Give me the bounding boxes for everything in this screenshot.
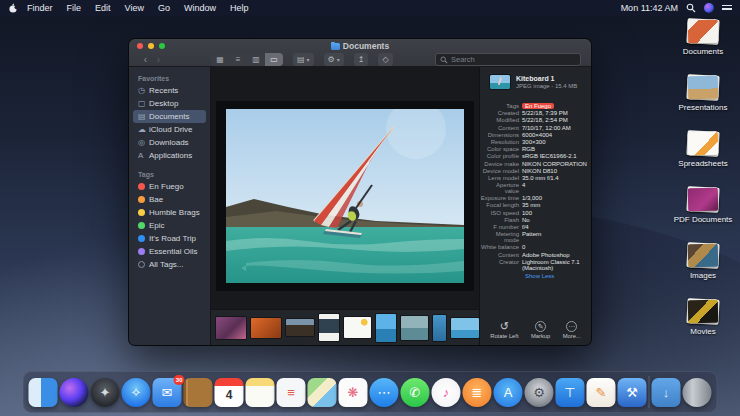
gallery-thumbnail[interactable] — [344, 317, 371, 338]
group-by-button[interactable]: ▤▾ — [293, 53, 314, 66]
favorites-header: Favorites — [129, 72, 210, 84]
sidebar-item[interactable]: A Applications — [133, 149, 206, 162]
dock-icon[interactable]: ⚙ — [525, 378, 554, 407]
metadata-label: Color profile — [480, 153, 522, 159]
preview-action-button[interactable]: ↺ Rotate Left — [490, 321, 518, 339]
dock-icon[interactable]: ⚒ — [618, 378, 647, 407]
sidebar-tag-item[interactable]: Humble Brags — [133, 206, 206, 219]
stack-icon[interactable] — [686, 299, 720, 324]
dock-icon[interactable] — [649, 376, 650, 408]
spotlight-search-icon[interactable] — [686, 3, 696, 13]
action-menu-button[interactable]: ⚙▾ — [324, 53, 344, 66]
gallery-thumbnail[interactable] — [376, 314, 396, 342]
dock-icon[interactable] — [683, 378, 712, 407]
sidebar-tag-label: It's Road Trip — [149, 234, 196, 243]
dock-icon[interactable]: ✎ — [587, 378, 616, 407]
sidebar-item[interactable]: ▤ Documents — [133, 110, 206, 123]
sidebar-tag-label: Humble Brags — [149, 208, 200, 217]
desktop-stack[interactable]: Images — [670, 243, 736, 280]
dock-icon[interactable] — [29, 378, 58, 407]
gallery-thumbnail[interactable] — [286, 319, 314, 336]
edit-tags-button[interactable]: ◇ — [378, 53, 392, 66]
preview-action-button[interactable]: ⋯ More... — [563, 321, 581, 339]
menu-item[interactable]: File — [60, 3, 89, 13]
dock-icon[interactable]: A — [494, 378, 523, 407]
forward-button[interactable]: › — [152, 54, 165, 66]
dock-icon[interactable]: ≣ — [463, 378, 492, 407]
search-field[interactable]: Search — [435, 53, 581, 66]
dock-icon[interactable]: ⋯ — [370, 378, 399, 407]
gallery-thumbnail[interactable] — [433, 315, 446, 341]
chevron-down-icon: ▾ — [337, 56, 340, 63]
dock-icon[interactable] — [60, 378, 89, 407]
gallery-thumbnail[interactable] — [251, 318, 281, 338]
metadata-value: f/4 — [522, 224, 587, 230]
dock-icon[interactable]: ✦ — [91, 378, 120, 407]
dock-icon[interactable] — [184, 378, 213, 407]
sidebar-item-icon: ◷ — [138, 86, 149, 95]
sidebar-tag-item[interactable]: Epic — [133, 219, 206, 232]
dock-icon[interactable] — [308, 378, 337, 407]
metadata-value: NIKON CORPORATION — [522, 161, 587, 167]
gallery-thumbnail[interactable] — [451, 318, 479, 338]
sidebar-tag-item[interactable]: It's Road Trip — [133, 232, 206, 245]
dock-icon[interactable]: ❋ — [339, 378, 368, 407]
dock-icon[interactable]: ⊤ — [556, 378, 585, 407]
dock-icon[interactable]: ≡ — [277, 378, 306, 407]
menu-item[interactable]: Help — [223, 3, 256, 13]
desktop-stack[interactable]: Presentations — [670, 75, 736, 112]
dock-icon[interactable] — [246, 378, 275, 407]
sidebar-item[interactable]: ◎ Downloads — [133, 136, 206, 149]
tags-header: Tags — [129, 168, 210, 180]
desktop-stack[interactable]: PDF Documents — [670, 187, 736, 224]
preview-action-button[interactable]: ✎ Markup — [531, 321, 550, 339]
stack-icon[interactable] — [686, 243, 720, 268]
sidebar-tag-item[interactable]: Essential Oils — [133, 245, 206, 258]
sidebar-tag-item[interactable]: En Fuego — [133, 180, 206, 193]
metadata-row: Created 5/22/18, 7:39 PM — [480, 110, 587, 116]
dock-icon[interactable]: 4 — [215, 378, 244, 407]
apple-menu-icon[interactable] — [8, 2, 20, 14]
desktop-stack[interactable]: Documents — [670, 19, 736, 56]
dock-icon[interactable]: ✆ — [401, 378, 430, 407]
dock-icon[interactable]: ✧ — [122, 378, 151, 407]
stack-icon[interactable] — [686, 75, 720, 100]
dock-icon[interactable]: ♪ — [432, 378, 461, 407]
window-chrome: Documents ‹ › ▦≡▥▭ ▤▾ ⚙▾ ↥ ◇ Search — [129, 39, 591, 67]
sidebar-item[interactable]: ☁ iCloud Drive — [133, 123, 206, 136]
show-less-link[interactable]: Show Less — [525, 273, 591, 279]
sidebar-tag-item[interactable]: All Tags... — [133, 258, 206, 271]
gallery-thumbnail[interactable] — [319, 314, 339, 341]
stack-icon[interactable] — [686, 187, 720, 212]
sidebar-item[interactable]: ◷ Recents — [133, 84, 206, 97]
stack-icon[interactable] — [686, 131, 720, 156]
desktop-stack[interactable]: Spreadsheets — [670, 131, 736, 168]
view-mode-button[interactable]: ▭ — [265, 53, 283, 66]
sidebar-tag-item[interactable]: Bae — [133, 193, 206, 206]
siri-icon[interactable] — [704, 3, 714, 13]
metadata-row: Lens model 35.0 mm f/1.4 — [480, 175, 587, 181]
gallery-thumbnail[interactable] — [216, 317, 246, 339]
menu-item[interactable]: Finder — [20, 3, 60, 13]
desktop-stack[interactable]: Movies — [670, 299, 736, 336]
gallery-photo[interactable] — [226, 109, 464, 283]
menu-item[interactable]: View — [118, 3, 151, 13]
sidebar-item-icon: A — [138, 151, 149, 160]
menu-item[interactable]: Window — [177, 3, 223, 13]
metadata-label: Flash — [480, 217, 522, 223]
sidebar-item[interactable]: ▢ Desktop — [133, 97, 206, 110]
view-mode-button[interactable]: ▥ — [247, 53, 265, 66]
gallery-thumbnail[interactable] — [401, 316, 428, 340]
share-button[interactable]: ↥ — [354, 53, 369, 66]
metadata-label: Device make — [480, 161, 522, 167]
menu-bar-clock[interactable]: Mon 11:42 AM — [621, 3, 678, 13]
view-mode-button[interactable]: ▦ — [211, 53, 229, 66]
view-mode-button[interactable]: ≡ — [229, 53, 247, 66]
back-button[interactable]: ‹ — [139, 54, 152, 66]
dock-icon[interactable]: ✉ 30 — [153, 378, 182, 407]
menu-item[interactable]: Edit — [88, 3, 118, 13]
notification-center-icon[interactable] — [722, 5, 732, 13]
menu-item[interactable]: Go — [151, 3, 177, 13]
stack-icon[interactable] — [686, 19, 720, 44]
dock-icon[interactable]: ↓ — [652, 378, 681, 407]
